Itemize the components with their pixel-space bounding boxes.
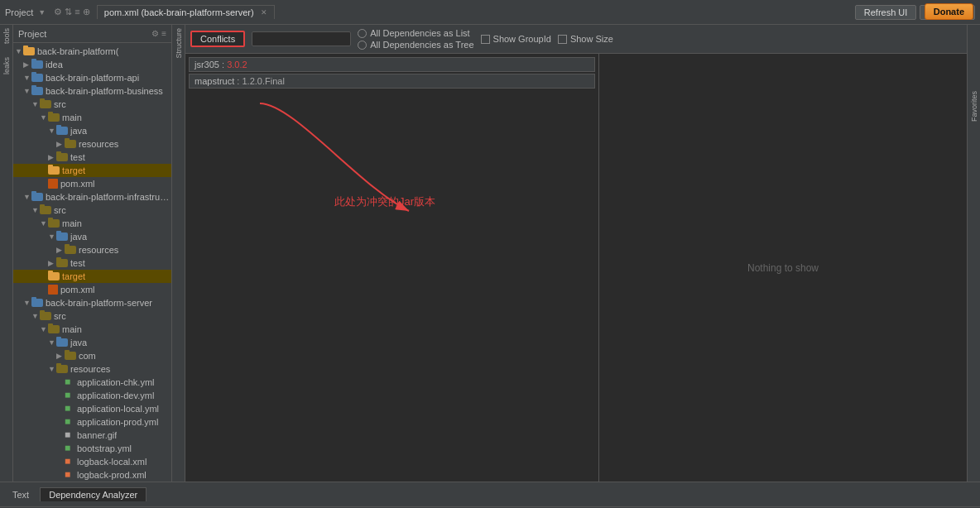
nothing-to-show: Nothing to show (747, 262, 819, 274)
tree-label: target (62, 271, 85, 281)
size-checkbox[interactable] (558, 35, 567, 44)
search-input[interactable] (252, 31, 351, 46)
tree-item-test2[interactable]: ▶ test (13, 256, 171, 270)
tree-item-pom1[interactable]: pom.xml (13, 177, 171, 190)
dep-right-panel: Nothing to show (599, 54, 967, 482)
tree-item-idea[interactable]: ▶ idea (13, 58, 171, 71)
tools-label[interactable]: tools (2, 28, 11, 44)
tree-label: application-local.yml (77, 404, 159, 414)
tree-label: application-chk.yml (77, 377, 155, 387)
tree-item-java1[interactable]: ▼ java (13, 124, 171, 137)
tree-item-pom2[interactable]: pom.xml (13, 283, 171, 296)
tree-item-target2[interactable]: target (13, 270, 171, 283)
tree-item-resources1[interactable]: ▶ resources (13, 137, 171, 151)
tree-item-main3[interactable]: ▼ main (13, 323, 171, 336)
tree-item-src3[interactable]: ▼ src (13, 309, 171, 323)
tree-label: src (54, 311, 66, 321)
tab-text[interactable]: Text (3, 487, 38, 502)
tree-label: src (54, 205, 66, 215)
radio-all-tree[interactable]: All Dependencies as Tree (358, 40, 473, 50)
tree-item-java3[interactable]: ▼ java (13, 336, 171, 349)
project-dropdown-icon[interactable]: ▼ (38, 8, 46, 17)
leaks-label[interactable]: leaks (2, 57, 11, 74)
tree-item-business[interactable]: ▼ back-brain-platform-business (13, 84, 171, 98)
tree-label: application-prod.yml (77, 417, 158, 427)
tree-item-java2[interactable]: ▼ java (13, 230, 171, 243)
size-label: Show Size (570, 34, 613, 44)
tree-item-infra[interactable]: ▼ back-brain-platform-infrastructure (13, 190, 171, 204)
tree-item-src2[interactable]: ▼ src (13, 204, 171, 217)
arrow-icon: ▼ (31, 312, 40, 320)
xml-icon: ◼ (65, 470, 74, 480)
tree-item-logback-prod[interactable]: ◼ logback-prod.xml (13, 468, 171, 482)
arrow-icon: ▶ (56, 246, 65, 254)
gif-icon: ◼ (65, 430, 74, 440)
tree-item-dev-yml[interactable]: ◼ application-dev.yml (13, 389, 171, 402)
groupid-checkbox[interactable] (481, 35, 490, 44)
tree-label: back-brain-platform-business (46, 86, 163, 96)
radio-tree-label: All Dependencies as Tree (370, 40, 473, 50)
folder-icon (65, 246, 76, 254)
tree-item-src1[interactable]: ▼ src (13, 98, 171, 111)
tree-container[interactable]: ▼ back-brain-platform( ▶ idea ▼ back-bra… (13, 43, 171, 482)
arrow-icon: ▶ (48, 259, 56, 267)
tree-item-target1[interactable]: target (13, 164, 171, 177)
tree-item-local-yml[interactable]: ◼ application-local.yml (13, 402, 171, 415)
pom-tab-label: pom.xml (back-brain-platform-server) (104, 7, 254, 17)
tree-label: back-brain-platform-api (46, 73, 139, 83)
structure-label[interactable]: Structure (175, 28, 183, 59)
arrow-icon: ▼ (40, 113, 48, 122)
tree-item-main1[interactable]: ▼ main (13, 111, 171, 124)
tree-label: resources (79, 139, 118, 149)
tree-label: main (62, 218, 82, 228)
conflicts-button[interactable]: Conflicts (190, 31, 245, 47)
tree-item-root[interactable]: ▼ back-brain-platform( (13, 45, 171, 58)
folder-icon (31, 60, 43, 69)
donate-button[interactable]: Donate (925, 3, 973, 20)
tree-item-chk-yml[interactable]: ◼ application-chk.yml (13, 376, 171, 389)
conflict-version-jsr305: 3.0.2 (227, 60, 247, 69)
radio-list-btn[interactable] (358, 29, 367, 38)
tree-item-server[interactable]: ▼ back-brain-platform-server (13, 296, 171, 309)
tree-label: main (62, 324, 82, 334)
tab-close-icon[interactable]: ✕ (261, 8, 267, 17)
tab-dep-label: Dependency Analyzer (49, 490, 137, 500)
panel-icons: ⚙ ≡ (151, 29, 166, 38)
refresh-ui-button[interactable]: Refresh UI (855, 5, 917, 20)
arrow-icon: ▼ (15, 47, 23, 55)
tree-label: pom.xml (60, 285, 95, 295)
arrow-icon: ▼ (23, 74, 31, 82)
tree-item-banner[interactable]: ◼ banner.gif (13, 429, 171, 442)
tree-item-prod-yml[interactable]: ◼ application-prod.yml (13, 415, 171, 429)
tree-item-test1[interactable]: ▶ test (13, 151, 171, 164)
tree-item-resources3[interactable]: ▼ resources (13, 362, 171, 376)
tab-pom-xml[interactable]: pom.xml (back-brain-platform-server) ✕ (97, 5, 275, 19)
show-size-checkbox[interactable]: Show Size (558, 34, 613, 44)
tree-label: resources (79, 245, 118, 255)
tree-item-com[interactable]: ▶ com (13, 349, 171, 362)
folder-icon (31, 87, 43, 95)
tree-item-resources2[interactable]: ▶ resources (13, 243, 171, 256)
conflict-item-mapstruct[interactable]: mapstruct : 1.2.0.Final (189, 74, 595, 89)
folder-icon (48, 272, 60, 280)
tree-label: target (62, 165, 85, 175)
show-groupid-checkbox[interactable]: Show GroupId (481, 34, 551, 44)
tree-item-logback-local[interactable]: ◼ logback-local.xml (13, 455, 171, 468)
tree-item-api[interactable]: ▼ back-brain-platform-api (13, 71, 171, 84)
tree-label: pom.xml (60, 179, 95, 189)
arrow-icon: ▶ (56, 140, 65, 148)
tree-label: logback-prod.xml (77, 470, 147, 480)
conflict-item-jsr305[interactable]: jsr305 : 3.0.2 (189, 57, 595, 72)
radio-all-list[interactable]: All Dependencies as List (358, 28, 473, 38)
favorites-label[interactable]: Favorites (970, 91, 978, 122)
radio-tree-btn[interactable] (358, 41, 367, 50)
arrow-icon: ▼ (23, 193, 31, 201)
yml-icon: ◼ (65, 391, 74, 400)
tree-label: back-brain-platform( (37, 46, 118, 56)
project-label: Project (5, 7, 33, 17)
tree-label: logback-local.xml (77, 457, 147, 467)
project-selector[interactable]: Project ▼ ⚙ ⇅ ≡ ⊕ (5, 7, 90, 17)
tree-item-bootstrap[interactable]: ◼ bootstrap.yml (13, 442, 171, 455)
tree-item-main2[interactable]: ▼ main (13, 217, 171, 230)
tab-dependency-analyzer[interactable]: Dependency Analyzer (40, 487, 147, 501)
